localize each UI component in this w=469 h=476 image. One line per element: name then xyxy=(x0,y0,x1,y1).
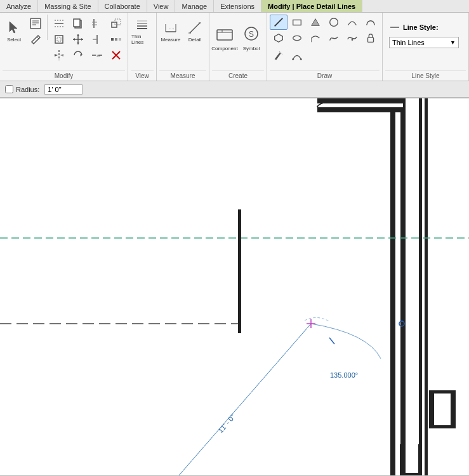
aligned-dimension-button[interactable]: ←→ Measure xyxy=(159,15,182,48)
trim-extend-single-button[interactable] xyxy=(88,32,106,47)
svg-text:11' - 0": 11' - 0" xyxy=(216,413,237,434)
group-draw-label: Draw xyxy=(270,70,380,81)
radius-checkbox[interactable] xyxy=(5,85,13,93)
svg-line-97 xyxy=(329,338,334,344)
tab-modify-place-detail-lines[interactable]: Modify | Place Detail Lines xyxy=(261,0,362,12)
array-button[interactable] xyxy=(107,32,125,47)
split-element-button[interactable]: ✂ xyxy=(88,48,106,63)
svg-rect-78 xyxy=(451,390,456,428)
detail-line-measure-button[interactable]: Detail xyxy=(183,15,206,48)
draw-inscribed-polygon-button[interactable] xyxy=(270,30,287,46)
group-modify: Select xyxy=(0,13,128,81)
divider xyxy=(47,15,48,40)
radius-input[interactable] xyxy=(44,84,83,95)
svg-marker-18 xyxy=(81,38,83,41)
rotate-button[interactable] xyxy=(69,48,87,63)
svg-rect-8 xyxy=(55,36,63,43)
draw-ellipse-button[interactable] xyxy=(288,30,306,46)
svg-point-57 xyxy=(352,39,353,41)
draw-partial-ellipse-button[interactable] xyxy=(307,30,324,46)
ribbon-body: Select xyxy=(0,13,469,81)
svg-point-61 xyxy=(300,58,302,60)
svg-rect-67 xyxy=(422,98,425,475)
move-button[interactable] xyxy=(69,32,87,47)
draw-spline-pass-through-button[interactable] xyxy=(343,30,361,46)
draw-arc-button[interactable] xyxy=(343,15,361,30)
mirror-button[interactable] xyxy=(50,48,68,63)
trim-extend-multiple-button[interactable] xyxy=(88,16,106,31)
svg-rect-70 xyxy=(317,103,403,107)
svg-text:S: S xyxy=(249,30,254,39)
svg-rect-71 xyxy=(317,107,403,112)
draw-rectangle-button[interactable] xyxy=(288,15,306,30)
copy-button[interactable] xyxy=(69,16,87,31)
draw-line-button[interactable] xyxy=(270,15,287,30)
svg-rect-30 xyxy=(111,38,114,41)
draw-start-end-radius-arc-button[interactable] xyxy=(288,48,306,63)
group-modify-label: Modify xyxy=(3,70,125,81)
tab-manage[interactable]: Manage xyxy=(175,0,214,12)
symbol-button[interactable]: S Symbol xyxy=(239,15,264,60)
options-bar: Radius: xyxy=(0,81,469,98)
group-view: Thin Lines View xyxy=(128,13,157,81)
svg-point-53 xyxy=(330,18,338,27)
tab-collaborate[interactable]: Collaborate xyxy=(98,0,147,12)
svg-rect-75 xyxy=(390,390,395,428)
scale-button[interactable] xyxy=(107,16,125,31)
draw-circle-button[interactable] xyxy=(325,15,343,30)
svg-rect-68 xyxy=(425,98,428,475)
svg-line-86 xyxy=(162,324,311,475)
draw-pick-lines-button[interactable] xyxy=(270,48,287,63)
svg-point-55 xyxy=(293,36,301,40)
select-button[interactable]: Select xyxy=(3,15,25,48)
toolbar: Analyze Massing & Site Collaborate View … xyxy=(0,0,469,98)
svg-rect-80 xyxy=(429,425,456,428)
line-style-dropdown[interactable]: Thin Lines ▼ xyxy=(389,37,459,48)
group-measure: ←→ Measure Detail Measure xyxy=(157,13,209,81)
svg-marker-17 xyxy=(73,38,75,41)
svg-line-4 xyxy=(37,37,39,39)
svg-rect-0 xyxy=(30,18,41,29)
svg-rect-74 xyxy=(238,209,241,333)
group-create-label: Create xyxy=(212,70,264,81)
offset-button[interactable] xyxy=(50,32,68,47)
radius-label: Radius: xyxy=(5,85,39,93)
properties-button[interactable] xyxy=(27,16,44,31)
tab-analyze[interactable]: Analyze xyxy=(0,0,38,12)
svg-rect-64 xyxy=(395,98,400,475)
tab-massing-site[interactable]: Massing & Site xyxy=(38,0,98,12)
draw-lock-button[interactable] xyxy=(362,30,380,46)
dropdown-chevron-icon: ▼ xyxy=(450,39,456,46)
delete-button[interactable] xyxy=(107,48,125,63)
svg-rect-81 xyxy=(400,444,404,473)
thin-lines-button[interactable]: Thin Lines xyxy=(131,15,154,48)
draw-tangent-arc-button[interactable] xyxy=(362,15,380,30)
svg-rect-79 xyxy=(429,390,456,393)
svg-rect-82 xyxy=(418,444,422,473)
svg-rect-51 xyxy=(293,20,301,25)
svg-text:✂: ✂ xyxy=(96,53,101,59)
modify-button[interactable] xyxy=(27,32,44,47)
alignment-button[interactable] xyxy=(50,16,68,31)
line-style-label: Line Style: xyxy=(403,23,439,31)
svg-rect-45 xyxy=(217,30,232,40)
tab-view[interactable]: View xyxy=(147,0,176,12)
ribbon-tabs: Analyze Massing & Site Collaborate View … xyxy=(0,0,469,13)
drawing-canvas: 11' - 0" 135.000° xyxy=(0,98,469,475)
group-linestyle-label: Line Style xyxy=(385,70,466,81)
draw-spline-button[interactable] xyxy=(325,30,343,46)
group-create: Component S Symbol Create xyxy=(209,13,267,81)
line-style-value: Thin Lines xyxy=(392,39,425,46)
draw-filled-region-button[interactable] xyxy=(307,15,324,30)
svg-rect-58 xyxy=(368,37,374,42)
svg-text:135.000°: 135.000° xyxy=(330,371,358,379)
svg-marker-52 xyxy=(312,19,320,26)
canvas-svg: 11' - 0" 135.000° xyxy=(0,98,469,475)
svg-text:←→: ←→ xyxy=(168,27,175,30)
svg-line-50 xyxy=(275,18,283,27)
tab-extensions[interactable]: Extensions xyxy=(214,0,261,12)
svg-rect-9 xyxy=(57,37,61,41)
group-draw: Draw xyxy=(267,13,383,81)
svg-rect-31 xyxy=(115,38,117,41)
component-button[interactable]: Component xyxy=(212,15,237,60)
